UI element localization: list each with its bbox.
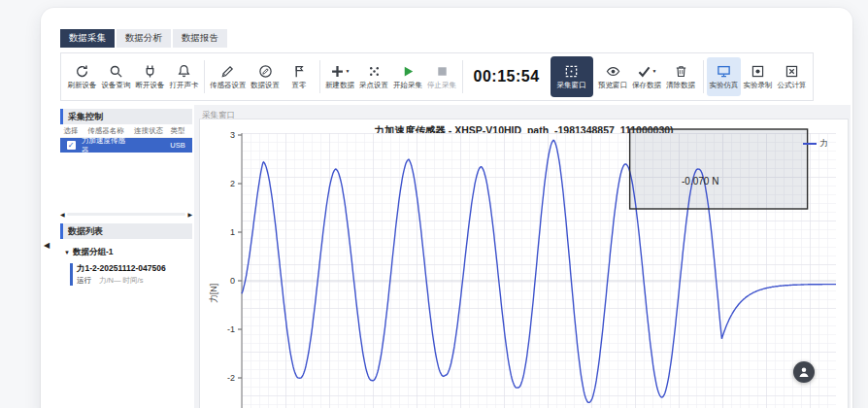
new-data-button[interactable]: ▼新建数据: [323, 54, 357, 99]
toolbar-separator: [319, 60, 320, 93]
tab-report[interactable]: 数据报告: [173, 29, 227, 48]
disconnect-icon: [143, 64, 157, 79]
clear-data-button[interactable]: 清除数据: [664, 54, 698, 99]
left-sidebar: 采集控制 选择 传感器名称 连接状态 类型 ✓ 力加速度传感器 USB ◀ ▶ …: [60, 109, 192, 408]
eye-icon: [606, 64, 620, 79]
chart-plot[interactable]: 3210-1-2力[N] 力 -0.070 N: [242, 133, 836, 408]
data-settings-button[interactable]: 数据设置: [249, 54, 283, 99]
col-type: 类型: [167, 126, 188, 136]
monitor-icon: [717, 64, 731, 79]
svg-text:3: 3: [230, 130, 235, 140]
chart-legend[interactable]: 力: [803, 138, 829, 150]
save-data-label: 保存数据: [632, 81, 661, 90]
save-data-button[interactable]: ▼保存数据: [630, 54, 664, 99]
formula-calc-button[interactable]: 公式计算: [775, 54, 809, 99]
pen-icon: [220, 64, 235, 79]
caret-down-icon: ▼: [64, 250, 70, 255]
plus-icon: [330, 64, 345, 79]
data-list-header: 数据列表: [60, 223, 192, 239]
data-item-status: 运行: [77, 276, 91, 286]
experiment-record-label: 实验录制: [744, 81, 773, 90]
new-data-label: 新建数据: [325, 81, 354, 90]
experiment-record-button[interactable]: 实验录制: [741, 54, 775, 99]
tab-bar: 数据采集数据分析数据报告: [60, 29, 227, 48]
data-group-label: 数据分组-1: [73, 247, 114, 258]
sensor-settings-label: 传感器设置: [210, 81, 247, 90]
col-sensor-name: 传感器名称: [82, 126, 130, 136]
cursor-readout: -0.070 N: [682, 176, 718, 187]
horizontal-scrollbar[interactable]: ◀ ▶: [60, 210, 192, 218]
stop-collect-label: 停止采集: [427, 81, 456, 90]
dots-icon: [367, 64, 382, 79]
disconnect-device-label: 断开设备: [136, 81, 165, 90]
tab-acquisition[interactable]: 数据采集: [60, 29, 115, 48]
open-soundcard-button[interactable]: 打开声卡: [167, 54, 201, 99]
data-settings-label: 数据设置: [250, 81, 280, 90]
refresh-device-button[interactable]: 刷新设备: [65, 54, 99, 99]
sensor-row[interactable]: ✓ 力加速度传感器 USB: [60, 138, 192, 153]
sensor-name: 力加速度传感器: [82, 136, 130, 155]
trash-icon: [674, 64, 688, 79]
zero-set-button[interactable]: 置零: [283, 54, 317, 99]
legend-swatch: [803, 143, 817, 145]
experiment-sim-label: 实验仿真: [710, 81, 739, 90]
experiment-sim-button[interactable]: 实验仿真: [707, 57, 741, 96]
disconnect-device-button[interactable]: 断开设备: [133, 54, 167, 99]
scroll-left-icon[interactable]: ◀: [60, 211, 65, 218]
timer-display: 00:15:54: [466, 68, 548, 85]
sidebar-collapse-icon[interactable]: ◀: [44, 241, 50, 250]
stop-icon: [435, 64, 450, 79]
start-collect-label: 开始采集: [393, 81, 422, 90]
preview-window-button[interactable]: 预览窗口: [596, 54, 630, 99]
formula-calc-label: 公式计算: [778, 81, 807, 90]
data-item-title: 力1-2-20251112-047506: [77, 263, 192, 275]
sample-settings-label: 采点设置: [359, 81, 388, 90]
dropdown-caret-icon[interactable]: ▼: [652, 68, 657, 74]
svg-text:1: 1: [230, 227, 235, 237]
bell-icon: [177, 64, 191, 79]
legend-label: 力: [820, 138, 829, 150]
start-collect-button[interactable]: 开始采集: [391, 54, 425, 99]
collect-window-label: 采集窗口: [557, 81, 586, 90]
refresh-icon: [75, 64, 89, 79]
zoom-selection-fill: [630, 129, 808, 209]
data-item-axes: 力/N— 时间/s: [99, 276, 143, 286]
flag-icon: [292, 64, 307, 79]
sensor-settings-button[interactable]: 传感器设置: [208, 54, 249, 99]
collect-window-button[interactable]: 采集窗口: [551, 56, 593, 97]
toolbar-separator: [703, 60, 704, 93]
open-soundcard-label: 打开声卡: [170, 81, 199, 90]
svg-text:2: 2: [230, 179, 235, 188]
chart-plot-svg[interactable]: 3210-1-2力[N]: [242, 133, 836, 408]
data-group-row[interactable]: ▼ 数据分组-1: [64, 247, 192, 258]
sample-settings-button[interactable]: 采点设置: [357, 54, 391, 99]
dropdown-caret-icon[interactable]: ▼: [346, 68, 351, 74]
clear-data-label: 清除数据: [666, 81, 695, 90]
user-avatar-button[interactable]: [793, 361, 815, 383]
person-icon: [797, 365, 811, 379]
search-icon: [109, 64, 123, 79]
data-list-panel: 数据列表 ▼ 数据分组-1 力1-2-20251112-047506 运行 力/…: [60, 223, 192, 286]
app-card: 数据采集数据分析数据报告 刷新设备设备查询断开设备打开声卡传感器设置数据设置置零…: [41, 8, 852, 408]
collect-panel-header: 采集控制: [60, 109, 192, 124]
sensor-checkbox[interactable]: ✓: [67, 141, 76, 150]
search-device-label: 设备查询: [102, 81, 131, 90]
toolbar: 刷新设备设备查询断开设备打开声卡传感器设置数据设置置零▼新建数据采点设置开始采集…: [60, 52, 814, 101]
zero-set-label: 置零: [292, 81, 307, 90]
app-window: 数据采集数据分析数据报告 刷新设备设备查询断开设备打开声卡传感器设置数据设置置零…: [0, 0, 868, 408]
svg-text:0: 0: [230, 276, 235, 286]
col-status: 连接状态: [130, 126, 167, 136]
svg-text:力[N]: 力[N]: [209, 284, 218, 304]
svg-text:-2: -2: [227, 373, 235, 383]
toolbar-separator: [204, 60, 205, 93]
refresh-device-label: 刷新设备: [68, 81, 97, 90]
svg-text:-1: -1: [227, 324, 235, 334]
play-icon: [401, 64, 416, 79]
sensor-type: USB: [167, 141, 188, 150]
preview-window-label: 预览窗口: [598, 81, 627, 90]
data-list-item[interactable]: 力1-2-20251112-047506 运行 力/N— 时间/s: [70, 263, 192, 286]
stop-collect-button[interactable]: 停止采集: [425, 54, 459, 99]
tab-analysis[interactable]: 数据分析: [117, 29, 171, 48]
search-device-button[interactable]: 设备查询: [99, 54, 133, 99]
scroll-right-icon[interactable]: ▶: [187, 211, 192, 218]
